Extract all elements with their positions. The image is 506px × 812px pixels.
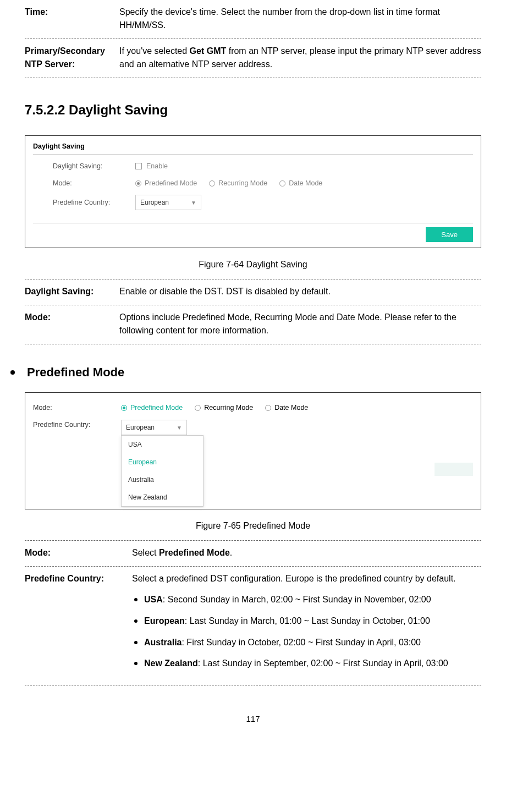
divider: [33, 154, 473, 155]
def-term: Primary/Secondary NTP Server:: [25, 45, 119, 71]
list-item: Australia: First Sunday in October, 02:0…: [132, 636, 481, 650]
def-row-predefine-country: Predefine Country: Select a predefined D…: [25, 567, 481, 685]
checkbox-icon: [135, 163, 142, 169]
radio-icon: [265, 405, 271, 411]
page-number: 117: [25, 713, 481, 726]
row-daylight-saving: Daylight Saving: Enable: [53, 161, 473, 172]
row-predefine-country: Predefine Country: European ▼: [53, 195, 473, 210]
radio-icon: [121, 405, 127, 411]
def-row: Daylight Saving: Enable or disable the D…: [25, 279, 481, 305]
def-term: Daylight Saving:: [25, 285, 119, 298]
controls: Predefined Mode Recurring Mode Date Mode: [121, 403, 308, 413]
def-term: Mode:: [25, 546, 132, 559]
def-desc: Select Predefined Mode.: [132, 546, 481, 559]
def-term: Predefine Country:: [25, 572, 132, 678]
desc-text: Select a predefined DST configuration. E…: [132, 572, 481, 585]
top-definitions: Time: Specify the device's time. Select …: [25, 0, 481, 78]
country-name: New Zealand: [144, 659, 198, 668]
radio-label: Predefined Mode: [130, 404, 183, 412]
row-predefine-country: Predefine Country: European ▼ USA Europe…: [33, 420, 473, 435]
radio-label: Date Mode: [289, 179, 322, 187]
label-mode: Mode:: [33, 403, 121, 413]
controls: Predefined Mode Recurring Mode Date Mode: [135, 178, 322, 189]
country-name: Australia: [144, 638, 182, 647]
def-row-ntp: Primary/Secondary NTP Server: If you've …: [25, 39, 481, 78]
chevron-down-icon: ▼: [191, 199, 196, 207]
figure-caption-1: Figure 7-64 Daylight Saving: [25, 258, 481, 271]
ghost-save-button: [435, 463, 473, 476]
def-desc: Specify the device's time. Select the nu…: [119, 6, 481, 32]
def-term: Time:: [25, 6, 119, 32]
daylight-saving-definitions: Daylight Saving: Enable or disable the D…: [25, 279, 481, 344]
figure-caption-2: Figure 7-65 Predefined Mode: [25, 519, 481, 533]
bold-text: Predefined Mode: [159, 548, 230, 557]
def-desc: If you've selected Get GMT from an NTP s…: [119, 45, 481, 71]
section-heading-daylight-saving: 7.5.2.2 Daylight Saving: [25, 100, 481, 120]
bullet-icon: [10, 370, 15, 375]
figure-daylight-saving: Daylight Saving Daylight Saving: Enable …: [25, 135, 481, 248]
radio-icon: [209, 180, 215, 186]
dropdown-value: European: [126, 423, 155, 432]
figure-predefined-mode: Mode: Predefined Mode Recurring Mode Dat…: [25, 392, 481, 509]
subsection-predefined-mode: Predefined Mode: [25, 363, 481, 381]
radio-label: Recurring Mode: [218, 179, 267, 187]
panel-title: Daylight Saving: [33, 141, 473, 152]
country-schedule: : First Sunday in October, 02:00 ~ First…: [182, 638, 420, 647]
dropdown-item-usa[interactable]: USA: [122, 436, 203, 453]
radio-recurring-mode[interactable]: Recurring Mode: [209, 178, 267, 189]
radio-icon: [135, 180, 141, 186]
save-row: Save: [33, 223, 473, 248]
row-mode: Mode: Predefined Mode Recurring Mode Dat…: [33, 403, 473, 413]
radio-label: Predefined Mode: [145, 179, 197, 187]
predefined-mode-definitions: Mode: Select Predefined Mode. Predefine …: [25, 540, 481, 685]
label-predefine-country: Predefine Country:: [53, 197, 135, 208]
radio-date-mode[interactable]: Date Mode: [265, 403, 308, 413]
list-item: New Zealand: Last Sunday in September, 0…: [132, 657, 481, 671]
radio-icon: [279, 180, 285, 186]
save-button[interactable]: Save: [426, 227, 473, 242]
country-list: USA: Second Sunday in March, 02:00 ~ Fir…: [132, 593, 481, 671]
label-daylight-saving: Daylight Saving:: [53, 161, 135, 172]
dropdown-box[interactable]: European ▼: [121, 420, 187, 435]
list-item: USA: Second Sunday in March, 02:00 ~ Fir…: [132, 593, 481, 607]
list-item: European: Last Sunday in March, 01:00 ~ …: [132, 615, 481, 628]
label-predefine-country: Predefine Country:: [33, 420, 121, 430]
radio-predefined-mode[interactable]: Predefined Mode: [121, 403, 183, 413]
dropdown-list: USA European Australia New Zealand: [121, 435, 204, 507]
def-desc: Options include Predefined Mode, Recurri…: [119, 311, 481, 337]
dropdown-item-european[interactable]: European: [122, 453, 203, 471]
def-row-time: Time: Specify the device's time. Select …: [25, 0, 481, 39]
dropdown-item-new-zealand[interactable]: New Zealand: [122, 489, 203, 506]
checkbox-label: Enable: [146, 162, 168, 170]
radio-date-mode[interactable]: Date Mode: [279, 178, 322, 189]
text: Select: [132, 548, 159, 557]
chevron-down-icon: ▼: [177, 424, 182, 432]
country-schedule: : Last Sunday in September, 02:00 ~ Firs…: [198, 659, 448, 668]
country-name: European: [144, 616, 185, 626]
def-row-mode: Mode: Select Predefined Mode.: [25, 540, 481, 567]
radio-label: Date Mode: [274, 404, 308, 412]
def-desc: Select a predefined DST configuration. E…: [132, 572, 481, 678]
dropdown-item-australia[interactable]: Australia: [122, 471, 203, 489]
radio-predefined-mode[interactable]: Predefined Mode: [135, 178, 197, 189]
row-mode: Mode: Predefined Mode Recurring Mode Dat…: [53, 178, 473, 189]
controls: European ▼: [135, 195, 201, 210]
radio-icon: [195, 405, 201, 411]
dropdown-predefine-country[interactable]: European ▼: [135, 195, 201, 210]
controls: Enable: [135, 161, 168, 172]
bold-text: Get GMT: [190, 46, 227, 56]
country-name: USA: [144, 595, 163, 604]
ds-form: Daylight Saving: Enable Mode: Predefined…: [33, 161, 473, 224]
subsection-title: Predefined Mode: [27, 363, 124, 381]
spacer: [33, 442, 473, 501]
dropdown-value: European: [140, 197, 169, 207]
ds-panel: Daylight Saving Daylight Saving: Enable …: [25, 136, 481, 248]
enable-checkbox[interactable]: Enable: [135, 161, 168, 172]
def-term: Mode:: [25, 311, 119, 337]
text: If you've selected: [119, 46, 190, 56]
dropdown-predefine-country-open[interactable]: European ▼ USA European Australia New Ze…: [121, 420, 187, 435]
radio-recurring-mode[interactable]: Recurring Mode: [195, 403, 253, 413]
country-schedule: : Second Sunday in March, 02:00 ~ First …: [163, 595, 431, 604]
country-schedule: : Last Sunday in March, 01:00 ~ Last Sun…: [185, 616, 430, 626]
def-desc: Enable or disable the DST. DST is disabl…: [119, 285, 481, 298]
